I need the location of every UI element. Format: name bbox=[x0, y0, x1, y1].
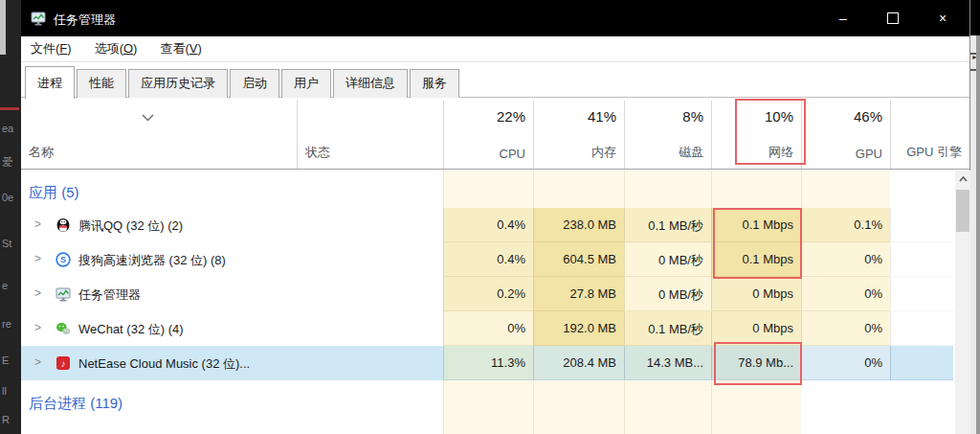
cell-cpu: 0.4% bbox=[443, 208, 533, 242]
annotation-box-network-column-header bbox=[735, 99, 806, 165]
expand-chevron-icon[interactable]: > bbox=[34, 286, 41, 300]
process-row[interactable]: >任务管理器0.2%27.8 MB0 MB/秒0 Mbps0% bbox=[21, 277, 953, 311]
background-text-fragment: 0e bbox=[2, 192, 13, 203]
background-window-left-edge: ea爱0eStereEllR bbox=[0, 0, 21, 434]
tab-details[interactable]: 详细信息 bbox=[333, 69, 408, 98]
sort-chevron-down-icon bbox=[142, 108, 154, 126]
status-header-label: 状态 bbox=[305, 144, 330, 161]
process-row[interactable]: >腾讯QQ (32 位) (2)0.4%238.0 MB0.1 MB/秒0.1 … bbox=[21, 208, 953, 242]
cell-gpu: 0% bbox=[801, 311, 890, 346]
annotation-box-network-cell-netease bbox=[714, 342, 802, 385]
title-bar: 任务管理器 – × bbox=[21, 0, 969, 36]
column-total-mem: 41% bbox=[588, 108, 616, 125]
column-total-cpu: 22% bbox=[497, 108, 525, 125]
tab-users[interactable]: 用户 bbox=[281, 69, 331, 98]
background-text-fragment: St bbox=[2, 238, 11, 249]
right-edge-scroll-band bbox=[976, 35, 980, 434]
cell-engine bbox=[890, 346, 953, 380]
column-header-disk[interactable]: 8%磁盘 bbox=[624, 101, 711, 169]
scrollbar-thumb[interactable] bbox=[956, 190, 969, 232]
task-manager-window: 任务管理器 – × 文件(F)选项(O)查看(V) 进程性能应用历史记录启动用户… bbox=[21, 0, 970, 434]
cell-cpu: 0% bbox=[443, 311, 533, 346]
group-strip-cell-net bbox=[711, 380, 801, 434]
cell-cpu: 0.4% bbox=[443, 242, 533, 277]
column-header-name[interactable]: 名称 bbox=[21, 101, 297, 169]
column-label-engine: GPU 引擎 bbox=[906, 144, 962, 161]
expand-chevron-icon[interactable]: > bbox=[34, 321, 41, 334]
minimize-button[interactable]: – bbox=[818, 0, 868, 36]
process-list-pane: 名称状态22%CPU41%内存8%磁盘10%网络46%GPUGPU 引擎 应用 … bbox=[21, 98, 969, 434]
taskmgr-icon bbox=[56, 286, 71, 302]
column-header-cpu[interactable]: 22%CPU bbox=[443, 101, 533, 169]
menu-item-text: ) bbox=[67, 41, 71, 56]
cell-net: 0 Mbps bbox=[711, 311, 801, 346]
background-text-fragment: 爱 bbox=[2, 156, 12, 168]
cell-gpu: 0% bbox=[801, 242, 890, 277]
wechat-icon bbox=[56, 321, 71, 336]
tab-processes[interactable]: 进程 bbox=[25, 66, 75, 99]
column-header-engine[interactable]: GPU 引擎 bbox=[890, 101, 969, 169]
column-total-disk: 8% bbox=[682, 108, 703, 125]
left-edge-highlight bbox=[0, 0, 6, 55]
process-status-cell bbox=[297, 208, 443, 242]
expand-chevron-icon[interactable]: > bbox=[34, 355, 41, 369]
process-name-cell: >♪NetEase Cloud Music (32 位)... bbox=[21, 346, 297, 380]
menu-item-1[interactable]: 选项(O) bbox=[95, 40, 138, 57]
column-header-mem[interactable]: 41%内存 bbox=[533, 101, 624, 169]
svg-text:♪: ♪ bbox=[61, 358, 66, 369]
process-name-cell: >腾讯QQ (32 位) (2) bbox=[21, 208, 297, 242]
scrollbar-up-arrow-icon[interactable] bbox=[955, 171, 970, 187]
background-text-fragment: R bbox=[2, 414, 10, 425]
expand-chevron-icon[interactable]: > bbox=[34, 252, 41, 265]
menu-item-text: O bbox=[123, 41, 133, 56]
group-strip-cell-mem bbox=[533, 171, 624, 208]
process-status-cell bbox=[297, 346, 443, 380]
group-strip-cell-net bbox=[711, 171, 801, 208]
cell-engine bbox=[890, 208, 953, 242]
vertical-scrollbar[interactable] bbox=[955, 171, 970, 434]
group-row-background-processes[interactable]: 后台进程 (119) bbox=[21, 380, 953, 434]
cell-engine bbox=[890, 277, 953, 311]
process-row[interactable]: >♪NetEase Cloud Music (32 位)...11.3%208.… bbox=[21, 346, 953, 380]
group-strip-cell-mem bbox=[533, 380, 624, 434]
menu-item-text: 查看( bbox=[160, 41, 189, 56]
menu-item-text: ) bbox=[133, 41, 137, 56]
menu-item-2[interactable]: 查看(V) bbox=[160, 40, 201, 57]
expand-chevron-icon[interactable]: > bbox=[34, 217, 41, 231]
column-label-cpu: CPU bbox=[500, 147, 525, 161]
process-row[interactable]: >WeChat (32 位) (4)0%192.0 MB0.1 MB/秒0 Mb… bbox=[21, 311, 953, 346]
window-title: 任务管理器 bbox=[54, 11, 116, 29]
tab-services[interactable]: 服务 bbox=[410, 69, 459, 98]
cell-cpu: 0.2% bbox=[443, 277, 533, 311]
column-label-disk: 磁盘 bbox=[679, 144, 703, 161]
menu-item-0[interactable]: 文件(F) bbox=[31, 40, 72, 57]
group-strip-cell-disk bbox=[624, 171, 711, 208]
task-manager-icon bbox=[31, 11, 46, 26]
cell-mem: 604.5 MB bbox=[533, 242, 624, 277]
cell-gpu: 0% bbox=[801, 277, 890, 311]
tab-app-history[interactable]: 应用历史记录 bbox=[128, 69, 228, 98]
background-window-right-edge: ► bbox=[970, 0, 980, 434]
process-status-cell bbox=[297, 242, 443, 277]
close-button[interactable]: × bbox=[918, 0, 968, 36]
cell-engine bbox=[890, 311, 953, 346]
process-name: 任务管理器 bbox=[78, 286, 141, 304]
process-name: NetEase Cloud Music (32 位)... bbox=[78, 355, 250, 373]
column-header-gpu[interactable]: 46%GPU bbox=[801, 101, 890, 169]
process-row[interactable]: >S搜狗高速浏览器 (32 位) (8)0.4%604.5 MB0 MB/秒0.… bbox=[21, 242, 953, 277]
background-text-fragment: E bbox=[2, 354, 9, 366]
tab-startup[interactable]: 启动 bbox=[230, 69, 279, 98]
process-table: 应用 (5)>腾讯QQ (32 位) (2)0.4%238.0 MB0.1 MB… bbox=[21, 171, 953, 434]
process-name-cell: >S搜狗高速浏览器 (32 位) (8) bbox=[21, 242, 297, 277]
cell-mem: 208.4 MB bbox=[533, 346, 624, 380]
column-header-status[interactable]: 状态 bbox=[297, 101, 443, 169]
column-label-mem: 内存 bbox=[591, 144, 616, 161]
group-row-apps[interactable]: 应用 (5) bbox=[21, 171, 953, 208]
maximize-button[interactable] bbox=[868, 0, 918, 36]
name-header-label: 名称 bbox=[29, 144, 54, 161]
cell-disk: 0.1 MB/秒 bbox=[624, 311, 711, 346]
cell-disk: 14.3 MB... bbox=[624, 346, 711, 380]
maximize-icon bbox=[887, 12, 899, 24]
tab-performance[interactable]: 性能 bbox=[77, 69, 126, 98]
menu-item-text: ) bbox=[197, 41, 201, 56]
